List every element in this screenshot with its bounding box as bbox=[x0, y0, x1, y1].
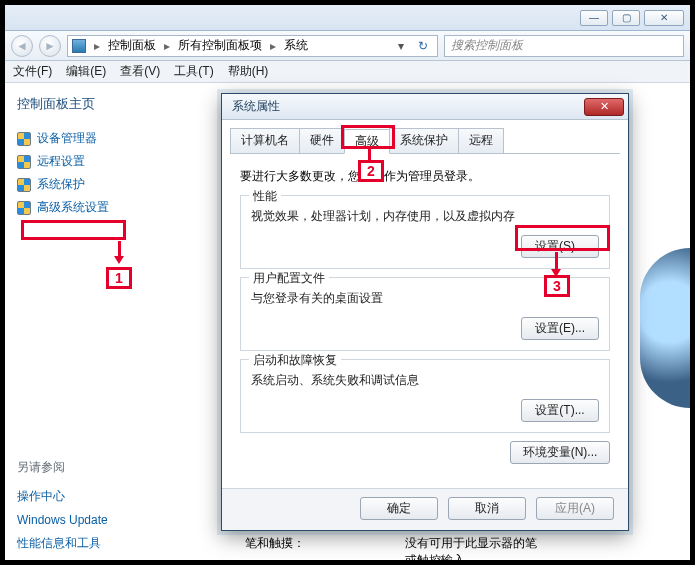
sidebar-item-remote[interactable]: 远程设置 bbox=[17, 150, 201, 173]
ok-button[interactable]: 确定 bbox=[360, 497, 438, 520]
tab-remote[interactable]: 远程 bbox=[458, 128, 504, 153]
breadcrumb-sep: ▸ bbox=[266, 39, 280, 53]
breadcrumb-dropdown-icon[interactable]: ▾ bbox=[393, 39, 409, 53]
annotation-callout-1: 1 bbox=[106, 267, 132, 289]
system-properties-dialog: 系统属性 ✕ 计算机名 硬件 高级 系统保护 远程 要进行大多数更改，您必须作为… bbox=[221, 93, 629, 531]
sidebar-item-label: 高级系统设置 bbox=[37, 199, 109, 216]
environment-variables-button[interactable]: 环境变量(N)... bbox=[510, 441, 610, 464]
search-placeholder: 搜索控制面板 bbox=[451, 37, 523, 54]
sidebar-item-advanced-settings[interactable]: 高级系统设置 bbox=[17, 196, 201, 219]
pen-touch-value: 没有可用于此显示器的笔或触控输入 bbox=[405, 535, 537, 565]
cancel-button[interactable]: 取消 bbox=[448, 497, 526, 520]
close-button[interactable]: ✕ bbox=[644, 10, 684, 26]
control-panel-icon bbox=[72, 39, 86, 53]
navigation-bar: ◄ ► ▸ 控制面板 ▸ 所有控制面板项 ▸ 系统 ▾ ↻ 搜索控制面板 bbox=[5, 31, 690, 61]
menu-tools[interactable]: 工具(T) bbox=[174, 63, 213, 80]
annotation-arrow-2 bbox=[368, 149, 371, 160]
sidebar-item-label: 远程设置 bbox=[37, 153, 85, 170]
tab-system-protection[interactable]: 系统保护 bbox=[389, 128, 459, 153]
annotation-callout-2: 2 bbox=[358, 160, 384, 182]
decorative-sphere bbox=[640, 248, 690, 408]
annotation-highlight-tab bbox=[341, 125, 395, 149]
annotation-callout-3: 3 bbox=[544, 275, 570, 297]
refresh-icon[interactable]: ↻ bbox=[413, 39, 433, 53]
group-startup-recovery: 启动和故障恢复 系统启动、系统失败和调试信息 设置(T)... bbox=[240, 359, 610, 433]
window-titlebar: — ▢ ✕ bbox=[5, 5, 690, 31]
menu-edit[interactable]: 编辑(E) bbox=[66, 63, 106, 80]
maximize-button[interactable]: ▢ bbox=[612, 10, 640, 26]
sidebar-spacer bbox=[17, 219, 201, 459]
sidebar-item-label: 设备管理器 bbox=[37, 130, 97, 147]
sidebar-item-label: 系统保护 bbox=[37, 176, 85, 193]
group-title-performance: 性能 bbox=[249, 188, 281, 205]
group-desc-performance: 视觉效果，处理器计划，内存使用，以及虚拟内存 bbox=[251, 208, 599, 225]
dialog-close-button[interactable]: ✕ bbox=[584, 98, 624, 116]
tab-hardware[interactable]: 硬件 bbox=[299, 128, 345, 153]
sidebar-link-windows-update[interactable]: Windows Update bbox=[17, 509, 201, 531]
admin-note: 要进行大多数更改，您必须作为管理员登录。 bbox=[240, 168, 610, 185]
breadcrumb-item[interactable]: 控制面板 bbox=[108, 37, 156, 54]
shield-icon bbox=[17, 178, 31, 192]
search-input[interactable]: 搜索控制面板 bbox=[444, 35, 684, 57]
menu-bar: 文件(F) 编辑(E) 查看(V) 工具(T) 帮助(H) bbox=[5, 61, 690, 83]
shield-icon bbox=[17, 132, 31, 146]
dialog-body: 要进行大多数更改，您必须作为管理员登录。 性能 视觉效果，处理器计划，内存使用，… bbox=[222, 154, 628, 474]
tab-computer-name[interactable]: 计算机名 bbox=[230, 128, 300, 153]
back-button[interactable]: ◄ bbox=[11, 35, 33, 57]
dialog-footer: 确定 取消 应用(A) bbox=[222, 488, 628, 530]
shield-icon bbox=[17, 155, 31, 169]
dialog-title: 系统属性 bbox=[232, 98, 280, 115]
sidebar-link-action-center[interactable]: 操作中心 bbox=[17, 484, 201, 509]
annotation-arrow-3 bbox=[555, 252, 558, 274]
settings-button-profile[interactable]: 设置(E)... bbox=[521, 317, 599, 340]
sidebar-home-link[interactable]: 控制面板主页 bbox=[17, 95, 201, 113]
menu-help[interactable]: 帮助(H) bbox=[228, 63, 269, 80]
menu-file[interactable]: 文件(F) bbox=[13, 63, 52, 80]
forward-button[interactable]: ► bbox=[39, 35, 61, 57]
menu-view[interactable]: 查看(V) bbox=[120, 63, 160, 80]
group-desc-startup: 系统启动、系统失败和调试信息 bbox=[251, 372, 599, 389]
dialog-titlebar: 系统属性 ✕ bbox=[222, 94, 628, 120]
breadcrumb-item[interactable]: 系统 bbox=[284, 37, 308, 54]
group-title-startup: 启动和故障恢复 bbox=[249, 352, 341, 369]
annotation-highlight-settings bbox=[515, 225, 610, 251]
minimize-button[interactable]: — bbox=[580, 10, 608, 26]
group-title-profile: 用户配置文件 bbox=[249, 270, 329, 287]
breadcrumb[interactable]: ▸ 控制面板 ▸ 所有控制面板项 ▸ 系统 ▾ ↻ bbox=[67, 35, 438, 57]
sidebar-item-protection[interactable]: 系统保护 bbox=[17, 173, 201, 196]
breadcrumb-item[interactable]: 所有控制面板项 bbox=[178, 37, 262, 54]
settings-button-startup[interactable]: 设置(T)... bbox=[521, 399, 599, 422]
see-also-heading: 另请参阅 bbox=[17, 459, 201, 476]
annotation-arrow-1 bbox=[118, 241, 121, 261]
sidebar: 控制面板主页 设备管理器 远程设置 系统保护 高级系统设置 另请参阅 操作中心 … bbox=[5, 83, 201, 560]
apply-button[interactable]: 应用(A) bbox=[536, 497, 614, 520]
sidebar-item-device-manager[interactable]: 设备管理器 bbox=[17, 127, 201, 150]
annotation-highlight-sidebar bbox=[21, 220, 126, 240]
sidebar-link-performance-info[interactable]: 性能信息和工具 bbox=[17, 531, 201, 556]
shield-icon bbox=[17, 201, 31, 215]
breadcrumb-sep: ▸ bbox=[160, 39, 174, 53]
pen-touch-label: 笔和触摸： bbox=[245, 535, 305, 552]
breadcrumb-sep: ▸ bbox=[90, 39, 104, 53]
dialog-tabs: 计算机名 硬件 高级 系统保护 远程 bbox=[230, 128, 620, 154]
